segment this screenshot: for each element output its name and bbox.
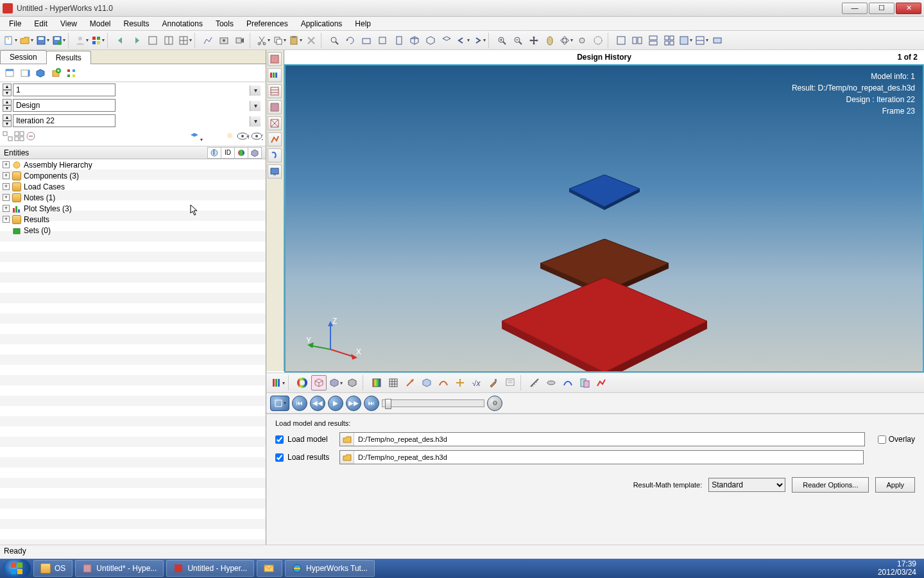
toolbar-light-icon[interactable] <box>574 33 590 48</box>
toolbar-view-iso2-icon[interactable] <box>423 33 438 48</box>
tree-notes[interactable]: +Notes (1) <box>0 192 266 203</box>
tree-assembly[interactable]: +Assembly Hierarchy <box>0 159 266 170</box>
menu-results[interactable]: Results <box>117 18 156 30</box>
vtool-7-icon[interactable] <box>268 148 282 162</box>
task-explorer[interactable]: OS <box>33 560 73 577</box>
toolbar-rotate-icon[interactable] <box>558 33 574 48</box>
vtool-1-icon[interactable] <box>268 52 282 66</box>
toolbar-view-xy-icon[interactable] <box>359 33 374 48</box>
open-results-icon[interactable] <box>340 451 354 464</box>
entities-col-mesh-icon[interactable] <box>248 147 262 159</box>
spin-up[interactable]: ▲ <box>3 114 12 121</box>
menu-tools[interactable]: Tools <box>209 18 240 30</box>
panel-tool-cube-icon[interactable] <box>33 66 47 80</box>
res-tool-deform-icon[interactable] <box>436 375 451 390</box>
toolbar-window2-icon[interactable] <box>161 33 176 48</box>
toolbar-display1-icon[interactable] <box>678 33 693 48</box>
res-tool-query-icon[interactable] <box>577 375 592 390</box>
tree-plotstyles[interactable]: +Plot Styles (3) <box>0 203 266 214</box>
toolbar-record-icon[interactable] <box>232 33 248 48</box>
toolbar-zoomout-icon[interactable] <box>510 33 526 48</box>
tab-results[interactable]: Results <box>46 51 91 64</box>
toolbar-paste-icon[interactable] <box>287 33 303 48</box>
toolbar-open-icon[interactable] <box>19 33 34 48</box>
toolbar-display2-icon[interactable] <box>694 33 709 48</box>
menu-file[interactable]: File <box>3 18 28 30</box>
toolbar-zoomfit-icon[interactable] <box>327 33 342 48</box>
res-tool-measure-icon[interactable] <box>527 375 542 390</box>
anim-first-icon[interactable]: ⏮ <box>292 396 307 411</box>
panel-tool-filter-icon[interactable] <box>64 66 78 80</box>
toolbar-view-iso1-icon[interactable] <box>407 33 422 48</box>
entities-col-id[interactable]: ID <box>221 147 235 159</box>
toolbar-graph-icon[interactable] <box>200 33 216 48</box>
spin-up[interactable]: ▲ <box>3 99 12 105</box>
toolbar-layout-icon[interactable] <box>177 33 193 48</box>
toolbar-view-yz-icon[interactable] <box>391 33 406 48</box>
start-button[interactable] <box>3 559 31 577</box>
ent-show-icon[interactable]: +/- <box>236 132 249 143</box>
menu-help[interactable]: Help <box>348 18 377 30</box>
res-tool-fx-icon[interactable]: √x <box>469 375 484 390</box>
toolbar-seg2-icon[interactable] <box>629 33 645 48</box>
anim-slider[interactable] <box>382 399 484 407</box>
toolbar-globe-icon[interactable] <box>590 33 606 48</box>
anim-prev-icon[interactable]: ◀◀ <box>310 396 325 411</box>
toolbar-rotview-icon[interactable] <box>343 33 358 48</box>
spin-down[interactable]: ▼ <box>3 105 12 112</box>
entities-col-color-icon[interactable] <box>234 147 248 159</box>
tree-sets[interactable]: +Sets (0) <box>0 225 266 236</box>
tree-components[interactable]: +Components (3) <box>0 170 266 181</box>
anim-next-icon[interactable]: ▶▶ <box>346 396 361 411</box>
load-model-checkbox[interactable]: Load model <box>275 435 333 444</box>
toolbar-view-iso3-icon[interactable] <box>439 33 454 48</box>
toolbar-pan-icon[interactable] <box>542 33 558 48</box>
anim-settings-icon[interactable]: ⚙ <box>487 396 502 411</box>
vtool-3-icon[interactable] <box>268 84 282 98</box>
res-tool-vector-icon[interactable] <box>402 375 418 390</box>
menu-annotations[interactable]: Annotations <box>156 18 209 30</box>
toolbar-display3-icon[interactable] <box>710 33 725 48</box>
res-tool-iso-icon[interactable] <box>386 375 401 390</box>
res-tool-trans-icon[interactable] <box>345 375 360 390</box>
res-tool-marker-icon[interactable] <box>452 375 468 390</box>
ent-display-mode-icon[interactable] <box>189 131 203 143</box>
res-tool-brush-icon[interactable] <box>486 375 501 390</box>
menu-model[interactable]: Model <box>83 18 117 30</box>
panel-tool-collapse-icon[interactable] <box>18 66 32 80</box>
anim-mode-icon[interactable] <box>270 396 289 411</box>
menu-view[interactable]: View <box>54 18 83 30</box>
menu-edit[interactable]: Edit <box>28 18 54 30</box>
spin-up[interactable]: ▲ <box>3 83 12 90</box>
res-tool-section-icon[interactable] <box>543 375 559 390</box>
load-results-checkbox[interactable]: Load results <box>275 453 333 462</box>
apply-button[interactable]: Apply <box>875 477 915 493</box>
close-button[interactable] <box>896 3 921 14</box>
tree-results[interactable]: +Results <box>0 214 266 225</box>
resulttype-combo[interactable] <box>13 99 116 112</box>
toolbar-delete-icon[interactable] <box>304 33 319 48</box>
res-tool-graph-icon[interactable] <box>594 375 609 390</box>
toolbar-saveas-icon[interactable] <box>51 33 66 48</box>
toolbar-save-icon[interactable] <box>35 33 50 48</box>
toolbar-forward-icon[interactable] <box>129 33 144 48</box>
menu-preferences[interactable]: Preferences <box>240 18 295 30</box>
toolbar-move-icon[interactable] <box>526 33 542 48</box>
res-tool-wiremesh-icon[interactable] <box>311 375 327 390</box>
tree-loadcases[interactable]: +Load Cases <box>0 181 266 192</box>
vtool-2-icon[interactable] <box>268 68 282 82</box>
task-hyperworks-2[interactable]: Untitled - Hyper... <box>166 560 254 577</box>
entity-tree[interactable]: +Assembly Hierarchy +Components (3) +Loa… <box>0 159 266 545</box>
menu-applications[interactable]: Applications <box>295 18 349 30</box>
spin-down[interactable]: ▼ <box>3 90 12 96</box>
ent-tool-2-icon[interactable] <box>14 131 24 143</box>
maximize-button[interactable] <box>869 3 894 14</box>
res-tool-contour-icon[interactable] <box>369 375 384 390</box>
system-tray[interactable]: 17:39 2012/03/24 <box>873 560 921 577</box>
res-tool-tensor-icon[interactable] <box>419 375 434 390</box>
entities-col-info-icon[interactable]: i <box>207 147 221 159</box>
toolbar-seg1-icon[interactable] <box>613 33 629 48</box>
ent-hide-icon[interactable]: 1 <box>250 132 263 143</box>
res-tool-note-icon[interactable] <box>502 375 518 390</box>
toolbar-capture-icon[interactable] <box>216 33 232 48</box>
